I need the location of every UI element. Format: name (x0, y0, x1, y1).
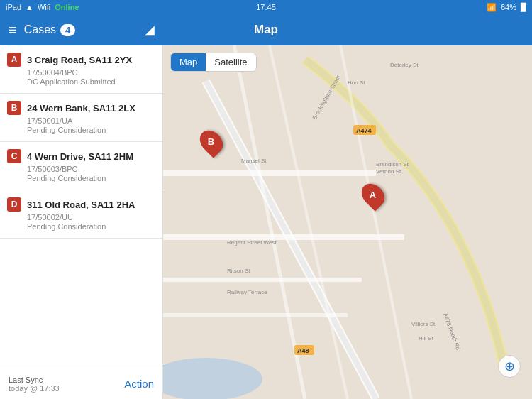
sidebar-footer: Last Sync today @ 17:33 Action (0, 368, 162, 399)
case-header-c: C 4 Wern Drive, SA11 2HM (7, 149, 155, 163)
svg-text:Regent Street West: Regent Street West (227, 239, 277, 246)
case-header-d: D 311 Old Road, SA11 2HA (7, 197, 155, 212)
sidebar: A 3 Craig Road, SA11 2YX 17/50004/BPC DC… (0, 45, 163, 399)
case-label-a: A (7, 53, 21, 67)
map-area: Map Satellite Brockingham (163, 45, 532, 399)
satellite-view-button[interactable]: Satellite (206, 53, 255, 71)
case-label-b: B (7, 101, 21, 115)
case-address-a: 3 Craig Road, SA11 2YX (27, 55, 132, 65)
status-right: 📶 64% ▉ (487, 3, 526, 12)
carrier-label: iPad (6, 3, 21, 11)
map-pin-a[interactable]: A (363, 182, 383, 208)
case-label-d: D (7, 197, 21, 212)
online-badge: Online (55, 3, 79, 11)
case-ref-a: 17/50004/BPC (27, 68, 155, 77)
case-address-d: 311 Old Road, SA11 2HA (27, 200, 135, 210)
svg-text:Ritson St: Ritson St (227, 268, 250, 274)
pin-label-b: B (207, 136, 214, 147)
compass-button[interactable]: ⊕ (498, 355, 521, 378)
wifi-icon: ▲ (26, 3, 33, 11)
svg-text:Railway Terrace: Railway Terrace (227, 289, 267, 295)
case-address-c: 4 Wern Drive, SA11 2HM (27, 151, 133, 162)
case-list: A 3 Craig Road, SA11 2YX 17/50004/BPC DC… (0, 45, 162, 368)
case-item-a[interactable]: A 3 Craig Road, SA11 2YX 17/50004/BPC DC… (0, 45, 162, 94)
header: ≡ Cases 4 ◢ Map (0, 14, 532, 45)
last-sync-label: Last Sync (9, 376, 60, 384)
case-label-c: C (7, 149, 21, 163)
cases-label: Cases (24, 23, 56, 36)
case-status-a: DC Application Submitted (27, 77, 155, 86)
wifi-label: Wifi (38, 3, 50, 11)
case-status-b: Pending Consideration (27, 126, 155, 134)
battery-label: 64% (501, 3, 516, 11)
map-svg: Brockingham Street Regent Street West Ri… (163, 45, 532, 399)
svg-text:Villiers St: Villiers St (411, 321, 436, 327)
case-ref-c: 17/50003/BPC (27, 165, 155, 173)
case-ref-d: 17/50002/UU (27, 213, 155, 222)
case-item-b[interactable]: B 24 Wern Bank, SA11 2LX 17/50001/UA Pen… (0, 94, 162, 142)
map-pin-b[interactable]: B (201, 129, 221, 155)
cases-badge: Cases 4 (24, 23, 76, 36)
last-sync-time: today @ 17:33 (9, 384, 60, 393)
case-header-b: B 24 Wern Bank, SA11 2LX (7, 101, 155, 115)
svg-text:A48: A48 (297, 347, 309, 354)
case-item-c[interactable]: C 4 Wern Drive, SA11 2HM 17/50003/BPC Pe… (0, 142, 162, 190)
battery-icon: ▉ (521, 3, 526, 12)
action-button[interactable]: Action (124, 378, 154, 390)
map-controls: Map Satellite (170, 53, 257, 72)
svg-text:Mansel St: Mansel St (241, 158, 267, 164)
header-left: ≡ Cases 4 ◢ (0, 22, 163, 38)
filter-button[interactable]: ◢ (145, 22, 155, 38)
case-item-d[interactable]: D 311 Old Road, SA11 2HA 17/50002/UU Pen… (0, 190, 162, 239)
svg-text:A474: A474 (356, 127, 372, 134)
case-header-a: A 3 Craig Road, SA11 2YX (7, 53, 155, 67)
pin-label-a: A (370, 190, 376, 200)
menu-button[interactable]: ≡ (9, 22, 17, 38)
cases-count: 4 (60, 24, 75, 36)
map-view-button[interactable]: Map (171, 53, 206, 71)
svg-text:Hill St: Hill St (419, 335, 434, 341)
bluetooth-icon: 📶 (487, 3, 497, 12)
map-title: Map (254, 23, 278, 37)
svg-text:Daterley St: Daterley St (390, 62, 419, 68)
svg-text:Brandison St: Brandison St (376, 161, 409, 168)
status-bar: iPad ▲ Wifi Online 17:45 📶 64% ▉ (0, 0, 532, 14)
case-address-b: 24 Wern Bank, SA11 2LX (27, 103, 135, 114)
status-time: 17:45 (256, 3, 276, 11)
case-status-c: Pending Consideration (27, 174, 155, 182)
case-ref-b: 17/50001/UA (27, 116, 155, 125)
main-layout: A 3 Craig Road, SA11 2YX 17/50004/BPC DC… (0, 45, 532, 399)
svg-text:Vernon St: Vernon St (376, 168, 401, 175)
svg-text:Hoo St: Hoo St (348, 80, 365, 86)
last-sync-info: Last Sync today @ 17:33 (9, 376, 60, 393)
case-status-d: Pending Consideration (27, 222, 155, 231)
status-left: iPad ▲ Wifi Online (6, 3, 79, 11)
